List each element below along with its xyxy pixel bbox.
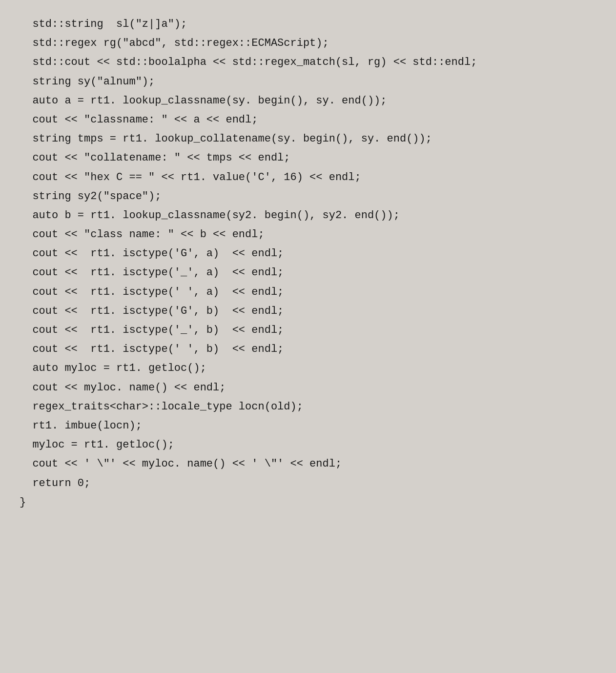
code-line: cout << rt1. isctype('G', a) << endl; bbox=[20, 244, 596, 263]
code-line: regex_traits<char>::locale_type locn(old… bbox=[20, 397, 596, 416]
code-line: auto a = rt1. lookup_classname(sy. begin… bbox=[20, 91, 596, 110]
code-line: cout << "collatename: " << tmps << endl; bbox=[20, 148, 596, 167]
code-line: cout << rt1. isctype(' ', a) << endl; bbox=[20, 283, 596, 302]
code-line: rt1. imbue(locn); bbox=[20, 416, 596, 435]
code-line: cout << rt1. isctype(' ', b) << endl; bbox=[20, 340, 596, 359]
code-line: std::string sl("z|]a"); bbox=[20, 15, 596, 34]
code-line: } bbox=[20, 493, 596, 512]
code-line: myloc = rt1. getloc(); bbox=[20, 435, 596, 454]
code-line: std::cout << std::boolalpha << std::rege… bbox=[20, 53, 596, 72]
code-line: std::regex rg("abcd", std::regex::ECMASc… bbox=[20, 34, 596, 53]
code-line: cout << "hex C == " << rt1. value('C', 1… bbox=[20, 168, 596, 187]
code-line: string sy2("space"); bbox=[20, 187, 596, 206]
code-block: std::string sl("z|]a"); std::regex rg("a… bbox=[20, 10, 596, 517]
code-line: return 0; bbox=[20, 474, 596, 493]
code-line: cout << "classname: " << a << endl; bbox=[20, 110, 596, 129]
code-line: auto b = rt1. lookup_classname(sy2. begi… bbox=[20, 206, 596, 225]
code-line: string sy("alnum"); bbox=[20, 72, 596, 91]
code-line: auto myloc = rt1. getloc(); bbox=[20, 359, 596, 378]
code-line: cout << rt1. isctype('_', a) << endl; bbox=[20, 263, 596, 282]
code-line: cout << ' \"' << myloc. name() << ' \"' … bbox=[20, 454, 596, 473]
code-line: cout << rt1. isctype('G', b) << endl; bbox=[20, 302, 596, 321]
code-line: cout << rt1. isctype('_', b) << endl; bbox=[20, 321, 596, 340]
code-line: cout << "class name: " << b << endl; bbox=[20, 225, 596, 244]
code-line: cout << myloc. name() << endl; bbox=[20, 378, 596, 397]
code-line: string tmps = rt1. lookup_collatename(sy… bbox=[20, 129, 596, 148]
